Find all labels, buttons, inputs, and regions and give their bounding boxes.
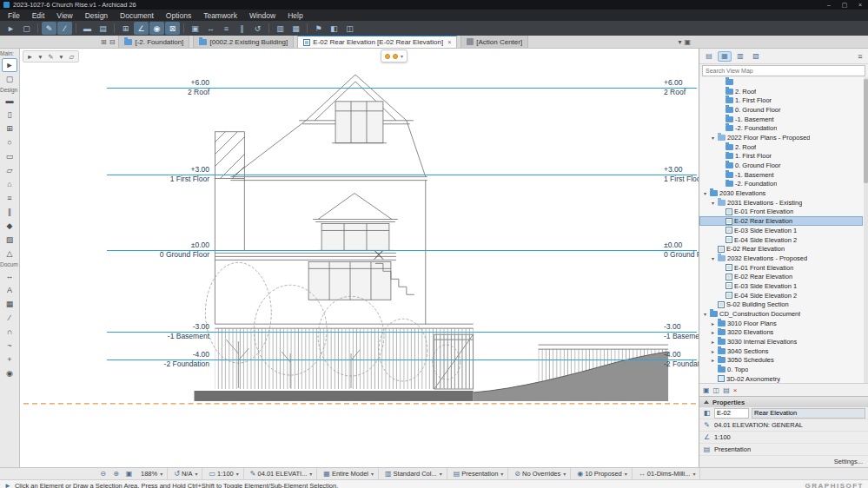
tree-item[interactable]: ▸ 3020 Elevations bbox=[699, 328, 863, 338]
expander-icon[interactable]: ▾ bbox=[710, 255, 716, 261]
tab-list-icon[interactable]: ▾ bbox=[678, 38, 681, 46]
stair-tool-icon[interactable]: ≡ bbox=[2, 191, 17, 205]
tree-item[interactable]: E-01 Front Elevation bbox=[699, 263, 863, 273]
expander-icon[interactable]: ▾ bbox=[710, 135, 716, 141]
favorites-icon[interactable]: ▤ bbox=[96, 22, 110, 35]
expander-icon[interactable]: ▾ bbox=[702, 190, 708, 196]
tree-item[interactable]: ▸ 3010 Floor Plans bbox=[699, 319, 863, 328]
tree-item[interactable]: -1. Basement bbox=[699, 170, 863, 180]
properties-header[interactable]: Properties bbox=[699, 397, 868, 407]
view-id-field[interactable] bbox=[714, 408, 749, 419]
tree-item[interactable]: E-04 Side Elevation 2 bbox=[699, 291, 863, 300]
marker-handle-icon[interactable] bbox=[393, 54, 398, 59]
tab-overview-icon[interactable]: ⊞ bbox=[101, 38, 107, 46]
expander-icon[interactable]: ▸ bbox=[710, 357, 716, 363]
wall-presets-icon[interactable]: ▬ bbox=[80, 22, 95, 35]
navigator-menu-icon[interactable]: ≡ bbox=[855, 52, 865, 61]
fit-in-window-icon[interactable]: ▣ bbox=[123, 470, 135, 478]
expander-icon[interactable]: ▸ bbox=[710, 348, 716, 354]
quick-option-dimension-style[interactable]: ↔ 01-Dims-Milli... ▾ bbox=[634, 468, 701, 479]
snap-points-icon[interactable]: ◉ bbox=[149, 22, 164, 35]
document-tab[interactable]: [0002.2 Existing Building] bbox=[193, 36, 294, 48]
quick-option-structure-display[interactable]: ▦ Entire Model ▾ bbox=[319, 468, 379, 479]
tree-item[interactable]: ▾ 2030 Elevations bbox=[699, 188, 863, 198]
tree-item[interactable]: S-02 Building Section bbox=[699, 300, 863, 310]
quick-option-view-settings[interactable]: ✎ 04.01 ELEVATI... ▾ bbox=[246, 468, 318, 479]
tree-item[interactable]: E-03 Side Elevation 1 bbox=[699, 281, 863, 291]
eraser-icon[interactable]: ▱ bbox=[67, 53, 76, 61]
menu-item[interactable]: File bbox=[2, 10, 26, 21]
quick-option-graphic-overrides[interactable]: ⊘ No Overrides ▾ bbox=[510, 468, 571, 479]
tree-item[interactable]: 1. First Floor bbox=[699, 152, 863, 162]
fill-tool-icon[interactable]: ▦ bbox=[2, 297, 17, 311]
tree-item[interactable]: E-01 Front Elevation bbox=[699, 208, 863, 217]
view-map-icon[interactable]: ▦ bbox=[718, 51, 732, 62]
story-icon[interactable]: ▦ bbox=[288, 22, 303, 35]
drawing-canvas[interactable]: +6.002 Roof+6.002 Roof+3.001 First Floor… bbox=[20, 49, 699, 467]
tree-item[interactable]: -2. Foundation bbox=[699, 123, 863, 133]
select-options-icon[interactable]: ▾ bbox=[36, 53, 45, 61]
tree-item[interactable]: 0. Ground Floor bbox=[699, 105, 863, 115]
expander-icon[interactable]: ▸ bbox=[710, 339, 716, 345]
pencil-icon[interactable]: ✎ bbox=[46, 53, 56, 61]
tree-item[interactable]: ▾ 2031 Elevations - Existing bbox=[699, 198, 863, 208]
quick-option-zoom-level[interactable]: 188% ▾ bbox=[136, 468, 168, 479]
tree-item[interactable]: ▾ CD_Construction Document bbox=[699, 309, 863, 319]
view-map-search-input[interactable] bbox=[702, 65, 865, 76]
pencil-icon[interactable]: ✎ bbox=[42, 22, 56, 35]
spline-tool-icon[interactable]: ~ bbox=[2, 339, 17, 353]
maximize-button[interactable]: ▢ bbox=[837, 0, 852, 10]
layout-book-icon[interactable]: ▥ bbox=[733, 51, 747, 62]
tree-item[interactable] bbox=[699, 77, 863, 87]
tree-item[interactable]: ▾ 2022 Floor Plans - Proposed bbox=[699, 133, 863, 142]
tree-item[interactable]: ▸ 3030 Internal Elevations bbox=[699, 337, 863, 346]
menu-item[interactable]: Document bbox=[114, 10, 160, 21]
document-tab[interactable]: [Action Center] bbox=[461, 36, 528, 48]
close-button[interactable]: × bbox=[852, 0, 868, 10]
rotate-icon[interactable]: ↺ bbox=[250, 22, 265, 35]
delete-view-icon[interactable]: × bbox=[733, 386, 738, 394]
grid-snap-icon[interactable]: ⊞ bbox=[118, 22, 133, 35]
transform-icon[interactable]: ↔ bbox=[203, 22, 218, 35]
dimension-tool-icon[interactable]: ↔ bbox=[2, 269, 17, 283]
marquee-tool-icon[interactable]: ▢ bbox=[19, 22, 34, 35]
marker-icon[interactable]: ◧ bbox=[327, 22, 341, 35]
expander-icon[interactable]: ▸ bbox=[710, 320, 716, 326]
quick-options-icon[interactable]: ⊟ bbox=[109, 38, 116, 46]
column-tool-icon[interactable]: ○ bbox=[2, 135, 17, 149]
object-tool-icon[interactable]: ◆ bbox=[2, 219, 17, 233]
tree-item[interactable]: 2. Roof bbox=[699, 87, 863, 96]
text-tool-icon[interactable]: A bbox=[2, 283, 17, 297]
marquee-tool-icon[interactable]: ▢ bbox=[2, 72, 17, 86]
tree-item[interactable]: 1. First Floor bbox=[699, 96, 863, 105]
tab-close-icon[interactable]: × bbox=[447, 39, 451, 45]
tree-item[interactable]: E-04 Side Elevation 2 bbox=[699, 235, 863, 245]
group-icon[interactable]: ▣ bbox=[188, 22, 202, 35]
zoom-in-icon[interactable]: ⊕ bbox=[110, 470, 122, 478]
expander-icon[interactable]: ▸ bbox=[710, 329, 716, 335]
minimize-button[interactable]: – bbox=[821, 0, 837, 10]
arrow-tool-icon[interactable]: ► bbox=[2, 58, 17, 72]
tree-item[interactable]: E-02 Rear Elevation bbox=[699, 216, 863, 226]
quick-option-renovation-filter[interactable]: ◉ 10 Proposed ▾ bbox=[573, 468, 633, 479]
tree-item[interactable]: 2. Roof bbox=[699, 142, 863, 152]
tree-item[interactable]: -2. Foundation bbox=[699, 180, 863, 189]
quick-option-pen-set[interactable]: ▤ Presentation ▾ bbox=[449, 468, 509, 479]
new-folder-icon[interactable]: ▣ bbox=[703, 386, 710, 394]
quick-option-orientation[interactable]: ↺ N/A ▾ bbox=[169, 468, 202, 479]
zone-tool-icon[interactable]: ▨ bbox=[2, 233, 17, 247]
info-icon[interactable]: ◫ bbox=[342, 22, 357, 35]
quick-option-layer-combination[interactable]: ▥ Standard Col... ▾ bbox=[381, 468, 447, 479]
document-tab[interactable]: [-2. Foundation] bbox=[118, 36, 189, 48]
tree-item[interactable]: ▸ 3050 Schedules bbox=[699, 356, 863, 366]
arc-tool-icon[interactable]: ∩ bbox=[2, 325, 17, 339]
menu-item[interactable]: Design bbox=[79, 10, 114, 21]
view-name-field[interactable] bbox=[752, 408, 865, 419]
pen-options-icon[interactable]: ▾ bbox=[56, 53, 66, 61]
pen-style-icon[interactable]: ∕ bbox=[57, 22, 72, 35]
tree-item[interactable]: E-02 Rear Elevation bbox=[699, 272, 863, 281]
expander-icon[interactable]: ▾ bbox=[702, 311, 708, 317]
arrow-tool-icon[interactable]: ► bbox=[3, 22, 18, 35]
tab-new-icon[interactable]: ▣ bbox=[684, 38, 691, 46]
tree-item[interactable]: -1. Basement bbox=[699, 115, 863, 124]
